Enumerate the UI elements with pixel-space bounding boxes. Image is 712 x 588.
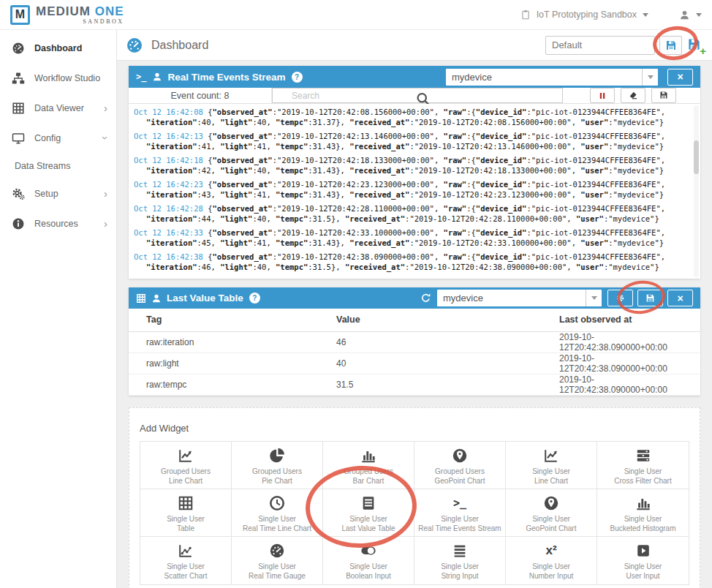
workspace-caret-icon[interactable] bbox=[643, 13, 648, 17]
widget-tile-single-user-real-time-events-stream[interactable]: >_Single UserReal Time Events Stream bbox=[414, 489, 506, 537]
table-cell: 2019-10-12T20:42:38.090000+00:00 bbox=[542, 374, 700, 395]
setup-icon bbox=[12, 187, 25, 200]
last-value-table-title: Last Value Table bbox=[167, 293, 243, 304]
save-stream-button[interactable] bbox=[651, 88, 676, 103]
log-entry: Oct 12 16:42:38 {"observed_at":"2019-10-… bbox=[134, 252, 694, 272]
widget-tile-single-user-cross-filter-chart[interactable]: Single UserCross Filter Chart bbox=[597, 442, 689, 489]
log-entry: Oct 12 16:42:28 {"observed_at":"2019-10-… bbox=[134, 204, 694, 224]
string-lines-icon bbox=[452, 543, 468, 559]
tile-label-line1: Single User bbox=[414, 562, 505, 571]
clock-icon bbox=[269, 495, 285, 511]
sidebar-item-data-streams[interactable]: Data Streams bbox=[0, 153, 116, 178]
widget-tile-grouped-users-line-chart[interactable]: Grouped UsersLine Chart bbox=[140, 442, 232, 489]
tile-label-line1: Single User bbox=[323, 562, 414, 571]
chevron-right-icon: › bbox=[104, 102, 107, 113]
sidebar-item-data-viewer[interactable]: Data Viewer› bbox=[0, 93, 116, 123]
cross-filter-icon bbox=[635, 448, 651, 464]
widget-tile-single-user-real-time-gauge[interactable]: Single UserReal Time Gauge bbox=[232, 537, 323, 584]
tile-label-line2: Line Chart bbox=[506, 476, 597, 486]
tile-label-line2: Pie Chart bbox=[232, 476, 322, 486]
page-heading-row: Dashboard + bbox=[117, 30, 712, 61]
table-cell: 31.5 bbox=[319, 374, 542, 395]
sidebar-item-label: Workflow Studio bbox=[34, 73, 100, 83]
widget-tile-single-user-scatter-chart[interactable]: Single UserScatter Chart bbox=[140, 537, 232, 584]
scrollbar[interactable] bbox=[694, 105, 699, 277]
help-icon[interactable]: ? bbox=[249, 293, 260, 304]
events-log[interactable]: Oct 12 16:42:08 {"observed_at":"2019-10-… bbox=[129, 104, 700, 279]
tile-label-line2: GeoPoint Chart bbox=[414, 476, 505, 486]
clear-stream-button[interactable] bbox=[621, 88, 645, 103]
dashboard-name-input[interactable] bbox=[545, 36, 655, 55]
stream-device-select[interactable]: mydevice bbox=[446, 69, 658, 86]
widget-tile-single-user-number-input[interactable]: x²Single UserNumber Input bbox=[506, 537, 597, 584]
sidebar-item-label: Config bbox=[34, 133, 61, 143]
sidebar-item-label: Data Streams bbox=[15, 161, 70, 171]
settings-gear-button[interactable] bbox=[607, 290, 633, 306]
save-dashboard-button[interactable] bbox=[659, 36, 682, 55]
floppy-icon bbox=[687, 37, 701, 51]
pause-stream-button[interactable] bbox=[590, 88, 615, 103]
save-as-new-dashboard-button[interactable]: + bbox=[687, 37, 703, 53]
tile-label-line2: Real Time Events Stream bbox=[414, 524, 505, 533]
brand-sandbox: SANDBOX bbox=[36, 19, 124, 25]
tile-label-line2: Cross Filter Chart bbox=[597, 476, 689, 486]
sidebar-item-setup[interactable]: Setup› bbox=[0, 178, 116, 208]
workspace-selector-label[interactable]: IoT Prototyping Sandbox bbox=[537, 10, 637, 20]
tile-label-line2: Scatter Chart bbox=[140, 571, 231, 581]
stream-device-value: mydevice bbox=[446, 69, 642, 86]
tile-label-line1: Single User bbox=[140, 562, 231, 571]
tile-label-line1: Single User bbox=[506, 514, 597, 524]
tile-label-line2: User Input bbox=[597, 571, 689, 581]
widget-tile-single-user-line-chart[interactable]: Single UserLine Chart bbox=[506, 442, 597, 489]
widget-tile-grouped-users-pie-chart[interactable]: Grouped UsersPie Chart bbox=[232, 442, 323, 489]
sidebar-item-label: Setup bbox=[34, 189, 58, 199]
close-stream-widget-button[interactable]: × bbox=[667, 69, 693, 86]
x-squared-icon: x² bbox=[545, 543, 556, 558]
widget-tile-single-user-user-input[interactable]: Single UserUser Input bbox=[597, 537, 689, 584]
close-lvt-widget-button[interactable]: × bbox=[667, 290, 693, 306]
widget-tile-grouped-users-bar-chart[interactable]: Grouped UsersBar Chart bbox=[323, 442, 414, 489]
widget-tile-single-user-string-input[interactable]: Single UserString Input bbox=[414, 537, 506, 584]
user-icon[interactable] bbox=[679, 10, 690, 20]
events-stream-widget: >_ Real Time Events Stream ? mydevice × … bbox=[129, 66, 700, 279]
dashboard-icon bbox=[12, 42, 25, 55]
data-viewer-icon bbox=[12, 102, 25, 115]
widget-tile-grouped-users-geopoint-chart[interactable]: Grouped UsersGeoPoint Chart bbox=[414, 442, 506, 489]
widget-tile-single-user-bucketed-histogram[interactable]: Single UserBucketed Histogram bbox=[597, 489, 689, 537]
tile-label-line1: Single User bbox=[414, 514, 505, 524]
add-widget-panel: Add Widget Grouped UsersLine ChartGroupe… bbox=[129, 407, 700, 588]
brand: MEDIUM ONE SANDBOX bbox=[36, 5, 124, 25]
save-icon bbox=[645, 293, 655, 303]
gear-icon bbox=[616, 293, 626, 304]
widget-tile-single-user-last-value-table[interactable]: Single UserLast Value Table bbox=[323, 489, 414, 537]
sidebar-item-config[interactable]: Config› bbox=[0, 123, 116, 153]
sidebar-item-label: Dashboard bbox=[34, 43, 82, 53]
select-caret-icon bbox=[642, 69, 658, 86]
widget-tile-single-user-geopoint-chart[interactable]: Single UserGeoPoint Chart bbox=[506, 489, 597, 537]
tile-label-line1: Single User bbox=[140, 514, 231, 524]
terminal-icon: >_ bbox=[453, 497, 466, 510]
table-cell: 2019-10-12T20:42:38.090000+00:00 bbox=[542, 331, 700, 353]
toggle-icon bbox=[360, 543, 376, 559]
tile-label-line1: Grouped Users bbox=[323, 467, 414, 476]
sidebar: DashboardWorkflow StudioData Viewer›Conf… bbox=[0, 30, 117, 588]
widget-tile-single-user-real-time-line-chart[interactable]: Single UserReal Time Line Chart bbox=[232, 489, 323, 537]
log-entry: Oct 12 16:42:33 {"observed_at":"2019-10-… bbox=[134, 228, 694, 248]
refresh-icon[interactable] bbox=[420, 293, 431, 304]
sidebar-item-dashboard[interactable]: Dashboard bbox=[0, 33, 116, 63]
table-cell: raw:light bbox=[129, 353, 319, 374]
sidebar-item-workflow-studio[interactable]: Workflow Studio bbox=[0, 63, 116, 93]
tile-label-line2: String Input bbox=[414, 571, 505, 581]
table-cell: raw:tempc bbox=[129, 374, 319, 395]
help-icon[interactable]: ? bbox=[292, 72, 303, 83]
user-menu-caret-icon[interactable] bbox=[696, 13, 702, 17]
eraser-icon bbox=[629, 91, 638, 100]
tile-label-line2: Table bbox=[140, 524, 231, 533]
tile-label-line1: Single User bbox=[597, 514, 689, 524]
lvt-device-select[interactable]: mydevice bbox=[437, 290, 602, 306]
widget-tile-single-user-table[interactable]: Single UserTable bbox=[140, 489, 232, 537]
save-widget-button[interactable] bbox=[637, 290, 663, 306]
scrollbar-thumb[interactable] bbox=[694, 140, 699, 174]
widget-tile-single-user-boolean-input[interactable]: Single UserBoolean Input bbox=[323, 537, 414, 584]
sidebar-item-resources[interactable]: Resources› bbox=[0, 208, 116, 238]
